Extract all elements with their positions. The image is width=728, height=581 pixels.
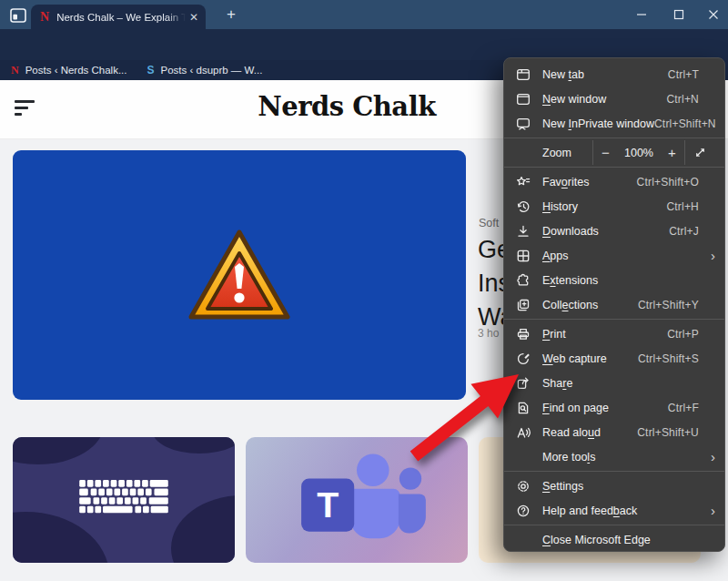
menu-item-label: New window — [542, 93, 606, 106]
menu-item-help-and-feedback[interactable]: Help and feedback› — [504, 498, 724, 523]
menu-item-shortcut: Ctrl+T — [668, 68, 699, 81]
menu-item-more-tools[interactable]: More tools› — [504, 444, 724, 469]
menu-item-new-tab[interactable]: New tabCtrl+T — [504, 62, 724, 87]
menu-separator — [504, 471, 724, 472]
menu-item-shortcut: Ctrl+J — [669, 225, 699, 238]
menu-item-collections[interactable]: CollectionsCtrl+Shift+Y — [504, 292, 724, 317]
menu-item-label: Settings — [542, 480, 583, 493]
window-maximize-button[interactable] — [663, 0, 694, 29]
menu-item-label: Find on page — [542, 402, 609, 414]
menu-item-shortcut: Ctrl+Shift+O — [637, 176, 699, 189]
menu-item-new-inprivate-window[interactable]: New InPrivate windowCtrl+Shift+N — [504, 111, 724, 136]
menu-item-label: New tab — [542, 68, 584, 81]
menu-item-label: Zoom — [542, 147, 571, 159]
menu-item-shortcut: Ctrl+Shift+S — [638, 352, 699, 365]
tab-favicon: N — [40, 10, 49, 25]
menu-item-label: New InPrivate window — [542, 117, 654, 130]
print-icon — [516, 327, 531, 341]
article-timestamp: 3 ho — [478, 327, 499, 340]
zoom-level-value: 100% — [618, 147, 660, 159]
menu-item-web-capture[interactable]: Web captureCtrl+Shift+S — [504, 346, 724, 371]
menu-item-shortcut: Ctrl+N — [666, 93, 699, 106]
menu-separator — [504, 525, 724, 525]
bookmark-favicon: S — [147, 64, 155, 76]
navigation-toolbar: https://nerdschalk.com 2 G — [0, 29, 728, 60]
new-window-icon — [516, 92, 531, 107]
svg-text:T: T — [317, 484, 339, 525]
menu-item-extensions[interactable]: Extensions — [504, 268, 724, 292]
article-card-keyboard[interactable] — [13, 437, 235, 563]
browser-window: N Nerds Chalk – We Explain Tech S ✕ + — [0, 0, 728, 581]
active-tab[interactable]: N Nerds Chalk – We Explain Tech S ✕ — [31, 5, 206, 29]
bookmark-label: Posts ‹ dsuprb — W... — [161, 65, 263, 76]
tab-actions-menu-button[interactable] — [8, 6, 28, 24]
new-tab-icon — [516, 67, 531, 82]
site-logo[interactable]: Nerds Chalk — [258, 91, 436, 122]
menu-item-shortcut: Ctrl+Shift+N — [654, 117, 716, 130]
window-close-button[interactable] — [698, 0, 728, 29]
menu-item-label: More tools — [542, 451, 595, 464]
menu-item-zoom[interactable]: Zoom−100%+ — [504, 140, 724, 165]
menu-item-print[interactable]: PrintCtrl+P — [504, 321, 724, 346]
menu-item-label: Downloads — [542, 225, 599, 238]
edge-settings-menu: New tabCtrl+TNew windowCtrl+NNew InPriva… — [503, 57, 725, 552]
downloads-icon — [516, 224, 531, 239]
history-icon — [516, 199, 531, 214]
favorites-icon — [516, 175, 531, 189]
menu-item-favorites[interactable]: FavoritesCtrl+Shift+O — [504, 169, 724, 194]
menu-item-label: Help and feedback — [542, 505, 637, 517]
chevron-right-icon: › — [699, 505, 715, 517]
window-minimize-button[interactable] — [626, 0, 657, 29]
zoom-in-button[interactable]: + — [660, 145, 684, 160]
fullscreen-button[interactable] — [685, 146, 715, 159]
menu-item-downloads[interactable]: DownloadsCtrl+J — [504, 219, 724, 243]
menu-item-history[interactable]: HistoryCtrl+H — [504, 194, 724, 219]
menu-item-label: History — [542, 200, 578, 213]
apps-icon — [516, 249, 531, 263]
menu-separator — [504, 319, 724, 320]
chevron-right-icon: › — [699, 451, 715, 464]
vertical-tabs-icon — [10, 8, 26, 23]
menu-item-label: Apps — [542, 250, 569, 262]
hamburger-menu-button[interactable] — [15, 100, 36, 115]
menu-item-share[interactable]: Share — [504, 371, 724, 395]
menu-separator — [504, 167, 724, 168]
menu-item-shortcut: Ctrl+Shift+U — [637, 426, 699, 439]
menu-item-label: Web capture — [542, 352, 607, 365]
red-arrow-annotation — [373, 358, 528, 472]
menu-item-find-on-page[interactable]: Find on pageCtrl+F — [504, 395, 724, 420]
inprivate-icon — [516, 117, 531, 131]
menu-item-close-microsoft-edge[interactable]: Close Microsoft Edge — [504, 527, 724, 552]
bookmark-label: Posts ‹ Nerds Chalk... — [25, 65, 127, 76]
new-tab-button[interactable]: + — [221, 7, 241, 24]
menu-item-read-aloud[interactable]: Read aloudCtrl+Shift+U — [504, 420, 724, 444]
menu-separator — [504, 138, 724, 138]
menu-item-new-window[interactable]: New windowCtrl+N — [504, 87, 724, 111]
titlebar: N Nerds Chalk – We Explain Tech S ✕ + — [0, 0, 728, 29]
extensions-icon — [516, 273, 531, 288]
tab-title: Nerds Chalk – We Explain Tech S — [56, 12, 186, 23]
menu-item-shortcut: Ctrl+H — [666, 200, 699, 213]
menu-item-label: Extensions — [542, 274, 598, 287]
menu-item-shortcut: Ctrl+P — [667, 328, 699, 341]
menu-item-label: Close Microsoft Edge — [542, 534, 651, 546]
collections-icon — [516, 298, 531, 312]
help-icon — [516, 504, 531, 518]
zoom-out-button[interactable]: − — [593, 145, 618, 160]
keyboard-icon — [78, 480, 169, 520]
menu-item-settings[interactable]: Settings — [504, 474, 724, 498]
bookmark-item[interactable]: S Posts ‹ dsuprb — W... — [147, 64, 263, 76]
menu-item-apps[interactable]: Apps› — [504, 243, 724, 268]
chevron-right-icon: › — [699, 250, 715, 262]
bookmark-favicon: N — [11, 64, 19, 77]
article-category: Soft — [479, 217, 499, 229]
menu-item-label: Share — [542, 377, 572, 390]
menu-item-shortcut: Ctrl+Shift+Y — [638, 299, 699, 311]
menu-item-shortcut: Ctrl+F — [668, 402, 699, 414]
warning-triangle-icon — [184, 227, 295, 323]
bookmark-item[interactable]: N Posts ‹ Nerds Chalk... — [11, 64, 127, 77]
menu-item-label: Collections — [542, 299, 598, 311]
menu-item-label: Print — [542, 328, 566, 341]
tab-close-icon[interactable]: ✕ — [189, 11, 198, 24]
settings-icon — [516, 479, 531, 494]
